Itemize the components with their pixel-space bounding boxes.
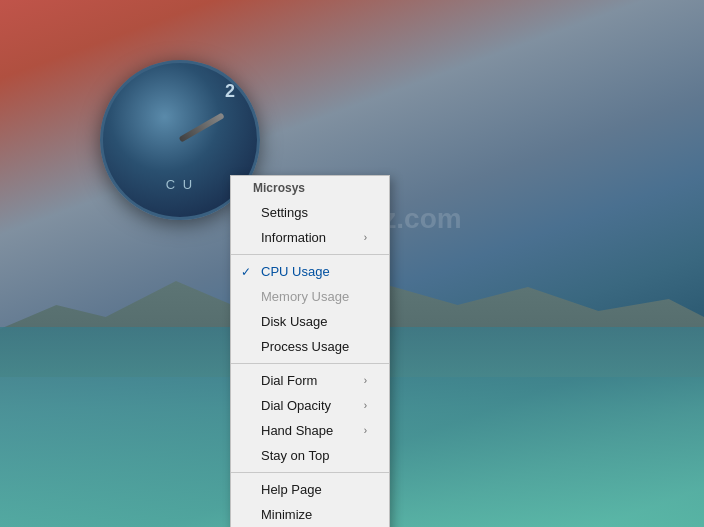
separator-3 <box>231 472 389 473</box>
menu-item-stay-on-top[interactable]: Stay on Top <box>231 443 389 468</box>
menu-item-help-page[interactable]: Help Page <box>231 477 389 502</box>
menu-header: Microsys <box>231 176 389 200</box>
menu-item-hand-shape[interactable]: Hand Shape › <box>231 418 389 443</box>
menu-item-settings[interactable]: Settings <box>231 200 389 225</box>
menu-item-minimize[interactable]: Minimize <box>231 502 389 527</box>
separator-1 <box>231 254 389 255</box>
separator-2 <box>231 363 389 364</box>
submenu-arrow-dial-opacity: › <box>364 400 367 411</box>
dial-number: 2 <box>225 81 235 102</box>
submenu-arrow-information: › <box>364 232 367 243</box>
menu-item-cpu-usage[interactable]: CPU Usage <box>231 259 389 284</box>
dial-hand <box>179 112 225 142</box>
menu-item-dial-form[interactable]: Dial Form › <box>231 368 389 393</box>
menu-item-memory-usage[interactable]: Memory Usage <box>231 284 389 309</box>
menu-item-process-usage[interactable]: Process Usage <box>231 334 389 359</box>
submenu-arrow-dial-form: › <box>364 375 367 386</box>
menu-item-disk-usage[interactable]: Disk Usage <box>231 309 389 334</box>
submenu-arrow-hand-shape: › <box>364 425 367 436</box>
menu-item-information[interactable]: Information › <box>231 225 389 250</box>
menu-item-dial-opacity[interactable]: Dial Opacity › <box>231 393 389 418</box>
dial-label: C U <box>166 177 194 192</box>
context-menu: Microsys Settings Information › CPU Usag… <box>230 175 390 527</box>
